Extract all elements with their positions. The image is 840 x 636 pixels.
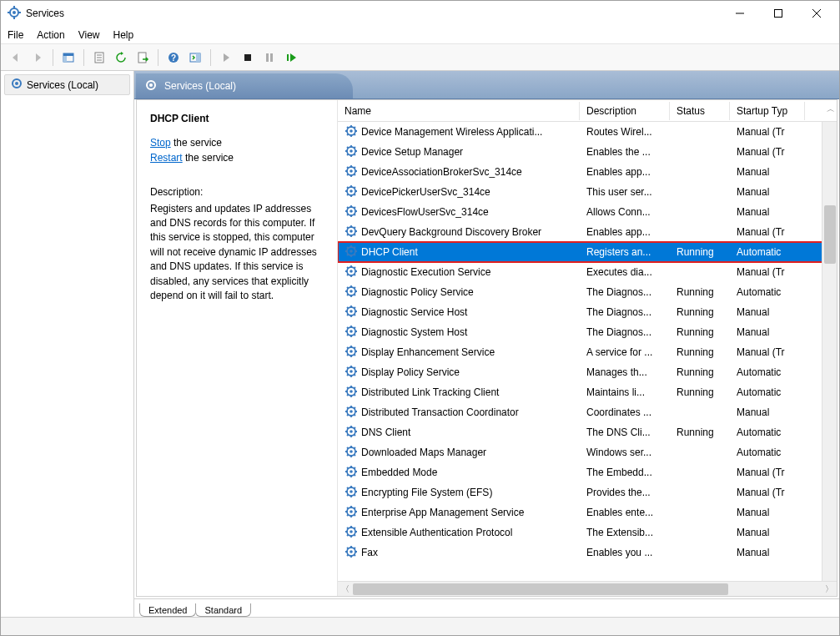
service-row[interactable]: Encrypting File System (EFS)Provides the… — [338, 482, 837, 502]
svg-line-176 — [347, 407, 349, 409]
menu-help[interactable]: Help — [113, 29, 134, 41]
restart-suffix: the service — [183, 152, 234, 164]
service-row[interactable]: Distributed Transaction CoordinatorCoord… — [338, 402, 837, 422]
gear-icon — [10, 77, 23, 93]
start-service-button[interactable] — [216, 48, 236, 68]
service-row[interactable]: Diagnostic Execution ServiceExecutes dia… — [338, 262, 837, 282]
service-row[interactable]: Enterprise App Management ServiceEnables… — [338, 502, 837, 522]
stop-service-link[interactable]: Stop — [150, 137, 171, 149]
service-row[interactable]: Diagnostic Policy ServiceThe Diagnos...R… — [338, 282, 837, 302]
scroll-right-icon[interactable]: 〉 — [822, 583, 837, 595]
tab-extended[interactable]: Extended — [139, 603, 196, 617]
col-header-name[interactable]: Name — [338, 102, 580, 120]
gear-icon — [345, 445, 358, 461]
gear-icon — [345, 525, 358, 541]
col-header-status[interactable]: Status — [670, 102, 730, 120]
show-hide-console-button[interactable] — [58, 48, 78, 68]
svg-point-81 — [350, 230, 353, 233]
service-desc-cell: Windows ser... — [580, 447, 670, 458]
svg-line-69 — [355, 187, 356, 189]
help-button[interactable]: ? — [163, 48, 184, 68]
properties-button[interactable] — [89, 48, 109, 68]
gear-icon — [345, 144, 358, 160]
list-rows[interactable]: Device Management Wireless Applicati...R… — [338, 122, 837, 581]
scroll-up-icon[interactable]: ︿ — [827, 103, 835, 115]
service-row[interactable]: DevicePickerUserSvc_314ceThis user ser..… — [338, 182, 837, 202]
svg-line-77 — [355, 214, 356, 215]
svg-point-241 — [350, 550, 353, 553]
service-row[interactable]: Extensible Authentication ProtocolThe Ex… — [338, 522, 837, 543]
service-row[interactable]: FaxEnables you ...Manual — [338, 543, 837, 563]
gear-icon — [345, 285, 358, 300]
service-row[interactable]: Device Management Wireless Applicati...R… — [338, 122, 837, 142]
service-row[interactable]: Device Setup ManagerEnables the ...Manua… — [338, 142, 837, 162]
list-header: Name Description Status Startup Typ ︿ — [338, 100, 837, 122]
vertical-scrollbar[interactable] — [822, 122, 837, 581]
svg-rect-22 — [244, 54, 251, 61]
service-name-cell: Device Setup Manager — [361, 146, 463, 158]
scrollbar-thumb[interactable] — [824, 205, 836, 264]
back-button[interactable] — [6, 48, 26, 68]
service-startup-cell: Manual (Tr — [730, 126, 805, 138]
svg-point-181 — [350, 430, 353, 433]
service-row[interactable]: DevicesFlowUserSvc_314ceAllows Conn...Ma… — [338, 202, 837, 222]
service-startup-cell: Manual — [730, 306, 805, 318]
statusbar — [1, 617, 839, 635]
svg-point-1 — [13, 11, 16, 14]
service-desc-cell: Enables ente... — [580, 507, 670, 518]
scroll-left-icon[interactable]: 〈 — [338, 583, 353, 595]
forward-button[interactable] — [28, 48, 48, 68]
gear-icon — [345, 164, 358, 180]
restart-service-link[interactable]: Restart — [150, 152, 183, 164]
svg-line-219 — [355, 487, 356, 489]
service-name-cell: Device Management Wireless Applicati... — [361, 126, 542, 138]
show-hide-action-pane-button[interactable] — [185, 48, 205, 68]
svg-line-218 — [347, 494, 349, 496]
service-row[interactable]: Distributed Link Tracking ClientMaintain… — [338, 382, 837, 402]
col-header-startup[interactable]: Startup Typ — [730, 102, 805, 120]
svg-line-59 — [355, 167, 356, 169]
service-row[interactable]: Embedded ModeThe Embedd...Manual (Tr — [338, 462, 837, 482]
tree-root-services-local[interactable]: Services (Local) — [4, 74, 130, 95]
menu-action[interactable]: Action — [37, 29, 64, 41]
menu-view[interactable]: View — [78, 29, 100, 41]
gear-icon — [345, 465, 358, 481]
service-row[interactable]: DNS ClientThe DNS Cli...RunningAutomatic — [338, 422, 837, 442]
service-row[interactable]: DevQuery Background Discovery BrokerEnab… — [338, 222, 837, 242]
export-list-button[interactable] — [133, 48, 153, 68]
svg-line-116 — [347, 287, 349, 289]
restart-service-button[interactable] — [281, 48, 301, 68]
menu-file[interactable]: File — [8, 29, 23, 41]
svg-line-98 — [347, 254, 349, 255]
svg-point-71 — [350, 209, 353, 213]
gear-icon — [345, 225, 358, 240]
tab-standard[interactable]: Standard — [195, 603, 251, 617]
svg-point-131 — [350, 330, 353, 333]
service-desc-cell: Coordinates ... — [580, 406, 670, 418]
detail-pane: DHCP Client Stop the service Restart the… — [137, 100, 337, 596]
pause-service-button[interactable] — [259, 48, 279, 68]
minimize-button[interactable] — [721, 1, 759, 26]
tree-pane: Services (Local) — [1, 71, 134, 617]
scrollbar-thumb[interactable] — [353, 583, 728, 595]
service-row[interactable]: Diagnostic System HostThe Diagnos...Runn… — [338, 322, 837, 342]
service-row[interactable]: DeviceAssociationBrokerSvc_314ceEnables … — [338, 162, 837, 182]
close-button[interactable] — [797, 1, 836, 26]
toolbar-separator — [53, 49, 53, 66]
service-desc-cell: The Diagnos... — [580, 306, 670, 318]
service-name-cell: Embedded Mode — [361, 467, 437, 478]
service-row[interactable]: Display Enhancement ServiceA service for… — [338, 342, 837, 362]
service-desc-cell: Allows Conn... — [580, 206, 670, 218]
service-name-cell: Display Policy Service — [361, 366, 460, 378]
service-row[interactable]: Diagnostic Service HostThe Diagnos...Run… — [338, 302, 837, 322]
stop-service-button[interactable] — [238, 48, 258, 68]
refresh-button[interactable] — [111, 48, 131, 68]
horizontal-scrollbar[interactable]: 〈 〉 — [338, 581, 837, 596]
service-row[interactable]: Display Policy ServiceManages th...Runni… — [338, 362, 837, 382]
col-header-description[interactable]: Description — [580, 102, 670, 120]
service-desc-cell: The Diagnos... — [580, 286, 670, 298]
service-row[interactable]: DHCP ClientRegisters an...RunningAutomat… — [338, 242, 837, 262]
service-row[interactable]: Downloaded Maps ManagerWindows ser...Aut… — [338, 442, 837, 462]
service-name-cell: DHCP Client — [361, 246, 418, 258]
maximize-button[interactable] — [759, 1, 797, 26]
